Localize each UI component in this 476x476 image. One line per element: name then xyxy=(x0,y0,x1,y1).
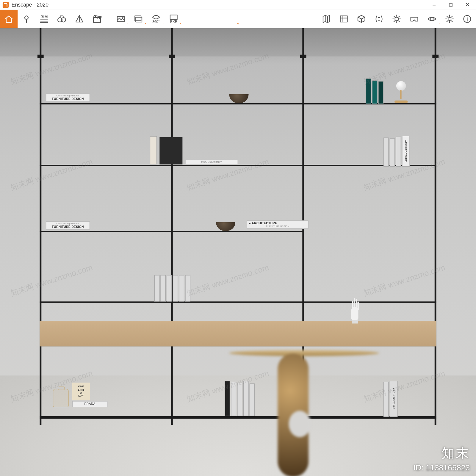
image-export-icon xyxy=(116,14,126,24)
sun-icon xyxy=(392,14,402,24)
svg-point-5 xyxy=(122,17,123,18)
orbit-button[interactable] xyxy=(353,10,370,28)
perspective-icon xyxy=(74,14,84,24)
render-viewport[interactable]: Constructing Paradox FURNITURE DESIGN PA… xyxy=(0,28,476,476)
vr-headset-icon xyxy=(409,14,419,24)
decor-bowl xyxy=(229,94,248,103)
explore-button[interactable] xyxy=(53,10,71,28)
glass-jar xyxy=(53,389,69,407)
maximize-button[interactable]: □ xyxy=(442,0,459,10)
book-furniture-design: Constructing Paradox FURNITURE DESIGN xyxy=(46,93,90,102)
compare-button[interactable] xyxy=(370,10,388,28)
dropdown-caret-icon: ˅ xyxy=(127,23,129,27)
book-furniture-design-2: Constructing Paradox FURNITURE DESIGN xyxy=(46,221,90,230)
wood-cabinet xyxy=(40,321,436,347)
home-button[interactable] xyxy=(0,10,18,28)
home-icon xyxy=(4,14,14,24)
pin-icon xyxy=(22,14,32,24)
exe-icon xyxy=(169,14,178,20)
dropdown-caret-icon: ˅ xyxy=(438,23,440,27)
manage-views-button[interactable] xyxy=(18,10,35,28)
minimap-button[interactable] xyxy=(317,10,335,28)
svg-point-10 xyxy=(395,17,398,21)
svg-point-12 xyxy=(448,18,451,21)
perspective-button[interactable] xyxy=(71,10,88,28)
time-of-day-button[interactable] xyxy=(388,10,405,28)
svg-rect-9 xyxy=(340,16,347,22)
mono-360-icon xyxy=(152,14,161,20)
bim-mode-button[interactable]: BIM xyxy=(35,10,53,28)
bottom-left-group: ONE LINE A DAY PRADA xyxy=(53,383,108,407)
book-group-architecture: ARCHITECTURE xyxy=(383,136,410,167)
visual-settings-button[interactable]: ˅ xyxy=(423,10,441,28)
dropdown-caret-icon: ˅ xyxy=(180,23,181,27)
dropdown-caret-icon: ˅ xyxy=(145,23,146,27)
batch-export-icon xyxy=(134,14,143,24)
gear-icon xyxy=(445,14,455,24)
sign-one-line: ONE LINE A DAY xyxy=(72,383,90,400)
svg-point-11 xyxy=(430,18,433,20)
book-architecture: ▸ ARCHITECTURE FURNITURE DESIGN xyxy=(247,220,309,229)
dropdown-caret-icon: ˅ xyxy=(162,23,164,27)
hand-sculpture xyxy=(348,297,361,324)
book-group-americans xyxy=(154,275,190,301)
main-toolbar: BIM ˅ ˅ 360° ˅ EXE ˅ ˅ ˅ xyxy=(0,10,476,28)
table-lamp xyxy=(392,81,410,103)
info-icon xyxy=(462,14,472,24)
titlebar: Enscape - 2020 – □ ✕ xyxy=(0,0,476,10)
watermark-corner: 知末 ID: 1138165823 xyxy=(413,444,470,472)
toolbar-expand-caret-icon[interactable]: ˅ xyxy=(237,23,239,29)
asset-library-icon xyxy=(339,14,349,24)
foreground-sculpture xyxy=(212,345,353,476)
panorama-button[interactable]: 360° ˅ xyxy=(147,10,165,28)
svg-rect-8 xyxy=(170,15,177,19)
window-title: Enscape - 2020 xyxy=(12,2,49,8)
svg-point-0 xyxy=(25,16,28,19)
bim-lines-icon xyxy=(40,19,48,23)
clapperboard-icon xyxy=(92,14,102,24)
settings-button[interactable] xyxy=(441,10,458,28)
mono-360-label: 360° xyxy=(152,20,160,24)
exe-label: EXE xyxy=(170,20,177,24)
video-export-button[interactable] xyxy=(88,10,106,28)
vr-button[interactable] xyxy=(405,10,423,28)
close-button[interactable]: ✕ xyxy=(459,0,476,10)
bottom-right-books: ARCHITECTURE xyxy=(383,381,397,417)
map-icon xyxy=(321,14,331,24)
book-group-teal xyxy=(366,79,383,104)
minimize-button[interactable]: – xyxy=(426,0,442,10)
cube-icon xyxy=(357,14,367,24)
batch-render-button[interactable]: ˅ xyxy=(130,10,147,28)
compare-icon xyxy=(374,14,384,24)
decor-bowl-2 xyxy=(216,222,235,231)
app-logo-icon xyxy=(3,2,9,8)
book-group-center: PAUL McCARTNEY xyxy=(150,136,238,165)
asset-library-button[interactable] xyxy=(335,10,353,28)
help-button[interactable] xyxy=(458,10,476,28)
exe-export-button[interactable]: EXE ˅ xyxy=(165,10,182,28)
binoculars-icon xyxy=(57,14,67,24)
screenshot-button[interactable]: ˅ xyxy=(112,10,129,28)
eye-icon xyxy=(427,14,437,24)
bim-label: BIM xyxy=(40,15,48,19)
